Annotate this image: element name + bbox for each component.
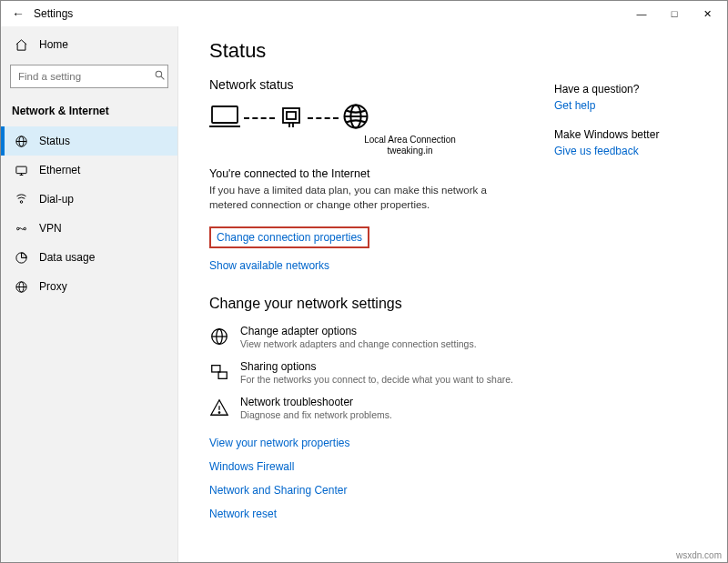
watermark: wsxdn.com xyxy=(676,550,722,560)
svg-point-0 xyxy=(156,71,162,77)
show-available-networks-link[interactable]: Show available networks xyxy=(209,259,329,272)
sidebar-item-label: Ethernet xyxy=(39,164,80,176)
titlebar: ← Settings — □ ✕ xyxy=(1,1,727,26)
svg-rect-28 xyxy=(218,372,227,378)
network-diagram xyxy=(209,103,554,133)
diagram-line xyxy=(244,117,275,119)
datausage-icon xyxy=(14,250,28,265)
network-reset-link[interactable]: Network reset xyxy=(209,508,277,520)
dialup-icon xyxy=(14,192,28,206)
vpn-icon xyxy=(14,221,28,236)
change-adapter-options[interactable]: Change adapter options View network adap… xyxy=(209,325,554,349)
sidebar-item-label: Proxy xyxy=(39,280,67,293)
sidebar-item-datausage[interactable]: Data usage xyxy=(1,243,177,272)
home-label: Home xyxy=(39,38,68,51)
sidebar-section-heading: Network & Internet xyxy=(1,99,177,126)
network-sharing-center-link[interactable]: Network and Sharing Center xyxy=(209,484,347,497)
svg-point-10 xyxy=(24,227,26,230)
diagram-label: Local Area Connection tweaking.in xyxy=(266,135,554,156)
sidebar-item-label: Data usage xyxy=(39,251,95,264)
status-icon xyxy=(14,134,28,148)
get-help-link[interactable]: Get help xyxy=(554,99,709,112)
view-network-properties-link[interactable]: View your network properties xyxy=(209,437,350,449)
svg-rect-17 xyxy=(283,108,299,123)
svg-rect-15 xyxy=(212,106,238,123)
page-title: Status xyxy=(209,39,554,63)
sidebar-item-label: VPN xyxy=(39,222,62,235)
sharing-options[interactable]: Sharing options For the networks you con… xyxy=(209,360,554,385)
minimize-button[interactable]: — xyxy=(625,1,658,26)
aside-panel: Have a question? Get help Make Windows b… xyxy=(554,39,709,553)
svg-rect-27 xyxy=(212,366,220,372)
make-windows-better-label: Make Windows better xyxy=(554,128,709,141)
proxy-icon xyxy=(14,279,28,294)
sidebar-item-ethernet[interactable]: Ethernet xyxy=(1,156,177,185)
adapter-icon xyxy=(278,104,304,132)
svg-point-8 xyxy=(20,200,23,203)
connected-desc: If you have a limited data plan, you can… xyxy=(209,184,500,212)
sidebar-item-vpn[interactable]: VPN xyxy=(1,214,177,243)
windows-firewall-link[interactable]: Windows Firewall xyxy=(209,460,294,473)
home-icon xyxy=(14,37,28,52)
sidebar-item-status[interactable]: Status xyxy=(1,126,177,156)
sidebar-item-proxy[interactable]: Proxy xyxy=(1,272,177,301)
change-connection-properties-link[interactable]: Change connection properties xyxy=(209,226,369,248)
setting-desc: Diagnose and fix network problems. xyxy=(240,409,392,420)
setting-title: Sharing options xyxy=(240,360,513,373)
network-troubleshooter[interactable]: Network troubleshooter Diagnose and fix … xyxy=(209,396,554,420)
connected-heading: You're connected to the Internet xyxy=(209,167,554,180)
search-box[interactable] xyxy=(10,65,168,88)
search-input[interactable] xyxy=(16,70,154,83)
setting-title: Change adapter options xyxy=(240,325,477,337)
have-question-label: Have a question? xyxy=(554,83,709,96)
sidebar: Home Network & Internet Status xyxy=(1,26,178,562)
sidebar-item-dialup[interactable]: Dial-up xyxy=(1,185,177,214)
diagram-line xyxy=(308,117,339,119)
settings-window: ← Settings — □ ✕ Home xyxy=(0,0,728,563)
svg-line-1 xyxy=(161,76,164,79)
give-feedback-link[interactable]: Give us feedback xyxy=(554,145,709,157)
sidebar-item-label: Status xyxy=(39,135,70,147)
home-nav[interactable]: Home xyxy=(1,30,177,59)
svg-point-30 xyxy=(218,412,219,413)
back-button[interactable]: ← xyxy=(12,6,25,21)
svg-point-9 xyxy=(16,227,19,230)
status-subheading: Network status xyxy=(209,77,554,92)
setting-title: Network troubleshooter xyxy=(240,396,392,408)
adapter-options-icon xyxy=(209,327,229,347)
setting-desc: View network adapters and change connect… xyxy=(240,338,477,349)
globe-icon xyxy=(342,103,369,133)
troubleshoot-icon xyxy=(209,397,229,417)
search-icon xyxy=(154,69,166,84)
setting-desc: For the networks you connect to, decide … xyxy=(240,374,513,385)
close-button[interactable]: ✕ xyxy=(691,1,723,26)
sharing-icon xyxy=(209,362,229,382)
svg-rect-5 xyxy=(15,166,25,174)
maximize-button[interactable]: □ xyxy=(658,1,691,26)
pc-icon xyxy=(209,104,240,132)
main-content: Status Network status Local xyxy=(209,39,554,553)
window-title: Settings xyxy=(34,7,73,20)
sidebar-item-label: Dial-up xyxy=(39,193,74,206)
change-settings-heading: Change your network settings xyxy=(209,296,554,312)
svg-rect-18 xyxy=(287,112,296,119)
ethernet-icon xyxy=(14,163,28,177)
